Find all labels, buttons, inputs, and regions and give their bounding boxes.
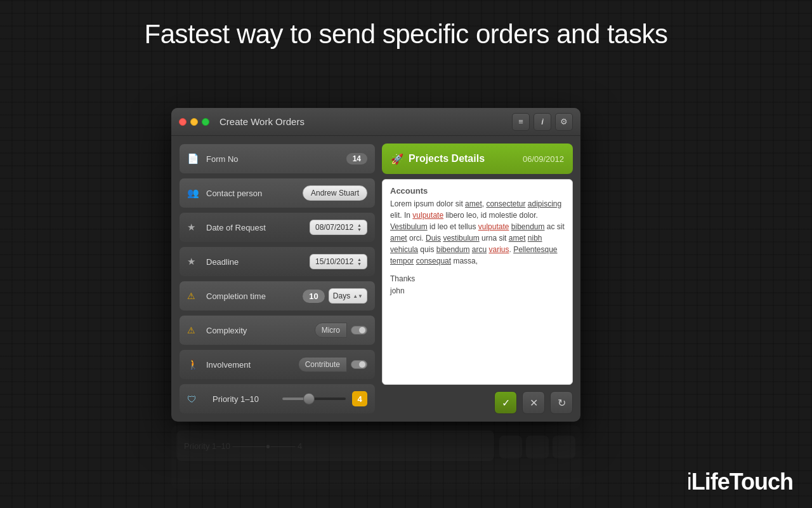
involvement-switch[interactable] [351,360,367,369]
app-window: Create Work Orders ≡ i ⚙ 📄 Form No 14 👥 … [171,108,580,422]
form-no-row: 📄 Form No 14 [179,144,376,174]
completion-unit-select[interactable]: Days ▲▼ [329,288,367,304]
brand: iLifeTouch [687,469,793,495]
thanks-text: Thanks john [390,273,565,297]
priority-slider[interactable] [282,398,346,400]
date-request-value: 08/07/2012 [315,223,353,232]
form-no-badge: 14 [346,153,367,164]
deadline-label: Deadline [206,257,310,267]
maximize-button[interactable] [202,118,209,126]
window-title: Create Work Orders [219,116,512,127]
projects-title-group: 🚀 Projects Details [391,153,485,165]
date-request-stepper[interactable]: ▲ ▼ [357,223,362,232]
form-no-icon: 📄 [187,153,200,164]
slider-thumb[interactable] [303,393,315,404]
thanks-line2: john [390,285,565,297]
close-button[interactable] [179,118,187,126]
complexity-value: Micro [315,323,347,338]
star-icon: ★ [187,222,200,233]
priority-icon: 🛡 [187,394,200,404]
date-request-field[interactable]: 08/07/2012 ▲ ▼ [310,220,367,235]
select-arrow-icon: ▲▼ [353,293,363,299]
check-icon: ✓ [502,397,510,409]
completion-unit-value: Days [333,291,350,300]
complexity-row: ⚠ Complexity Micro [179,315,376,345]
settings-icon-button[interactable]: ⚙ [555,113,573,131]
projects-title-text: Projects Details [409,153,485,164]
projects-date: 06/09/2012 [523,154,564,164]
deadline-field[interactable]: 15/10/2012 ▲ ▼ [310,254,367,269]
body-text: Lorem ipsum dolor sit amet, consectetur … [390,198,565,267]
confirm-button[interactable]: ✓ [494,391,517,414]
contact-value[interactable]: Andrew Stuart [303,185,367,201]
completion-row: ⚠ Completion time 10 Days ▲▼ [179,281,376,311]
involvement-label: Involvement [206,360,298,370]
completion-label: Completion time [206,291,303,301]
refresh-icon: ↻ [558,397,566,409]
involvement-toggle[interactable]: Contribute [298,357,367,372]
brand-suffix: LifeTouch [691,469,793,495]
app-content: 📄 Form No 14 👥 Contact person Andrew Stu… [171,136,580,422]
priority-row: 🛡 Priority 1–10 4 [179,384,376,414]
accounts-label: Accounts [390,186,565,196]
right-panel: 🚀 Projects Details 06/09/2012 Accounts L… [382,144,573,414]
contact-person-row: 👥 Contact person Andrew Stuart [179,178,376,208]
slider-fill [282,398,304,400]
refresh-button[interactable]: ↻ [550,391,573,414]
action-buttons: ✓ ✕ ↻ [382,390,573,414]
involvement-icon: 🚶 [187,359,200,370]
deadline-value: 15/10/2012 [315,257,353,266]
ghost-window: Priority 1–10 ————●——— 4 [171,425,580,489]
complexity-warning-icon: ⚠ [187,325,200,335]
priority-label: Priority 1–10 [213,394,276,404]
complexity-switch[interactable] [351,326,367,335]
complexity-toggle[interactable]: Micro [315,323,367,338]
priority-badge: 4 [352,391,367,406]
date-request-row: ★ Date of Request 08/07/2012 ▲ ▼ [179,212,376,243]
deadline-star-icon: ★ [187,256,200,267]
contact-label: Contact person [206,189,303,198]
list-icon-button[interactable]: ≡ [512,113,530,131]
left-panel: 📄 Form No 14 👥 Contact person Andrew Stu… [179,144,376,414]
involvement-value: Contribute [298,357,347,372]
complexity-label: Complexity [206,326,315,335]
title-bar: Create Work Orders ≡ i ⚙ [171,108,580,136]
rocket-icon: 🚀 [391,153,403,165]
contact-icon: 👥 [187,187,200,199]
title-icon-group: ≡ i ⚙ [512,113,573,131]
traffic-lights [179,118,209,126]
cancel-button[interactable]: ✕ [522,391,545,414]
completion-number: 10 [303,290,324,303]
thanks-line1: Thanks [390,273,565,285]
form-no-label: Form No [206,154,346,164]
brand-prefix: i [687,469,691,495]
headline: Fastest way to send specific orders and … [0,0,812,62]
involvement-row: 🚶 Involvement Contribute [179,349,376,380]
text-area-box: Accounts Lorem ipsum dolor sit amet, con… [382,179,573,385]
warning-icon: ⚠ [187,291,200,301]
projects-header: 🚀 Projects Details 06/09/2012 [382,144,573,174]
deadline-stepper[interactable]: ▲ ▼ [357,257,362,266]
deadline-row: ★ Deadline 15/10/2012 ▲ ▼ [179,246,376,277]
info-icon-button[interactable]: i [534,113,551,131]
date-request-label: Date of Request [206,223,310,232]
minimize-button[interactable] [190,118,198,126]
cross-icon: ✕ [530,397,538,409]
